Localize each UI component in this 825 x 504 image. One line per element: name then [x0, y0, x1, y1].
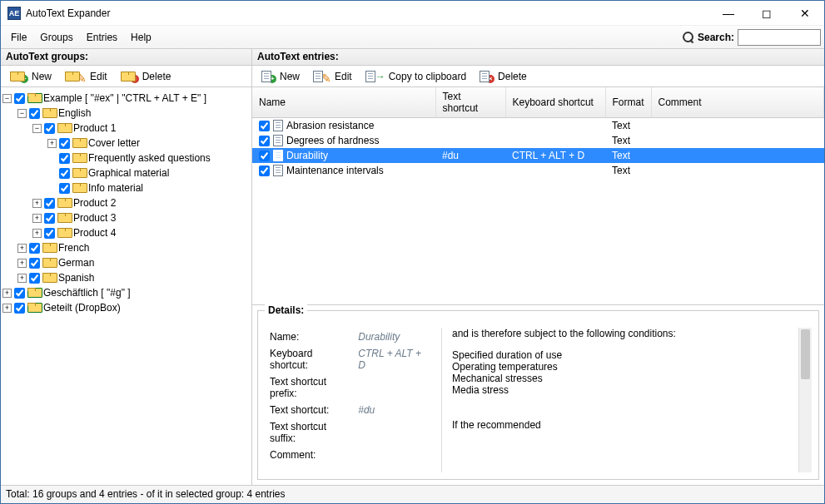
preview-scrollbar[interactable]: [798, 328, 812, 472]
preview-line: Media stress: [452, 384, 812, 396]
expand-icon[interactable]: +: [17, 244, 27, 253]
details-preview[interactable]: and is therefore subject to the followin…: [441, 328, 812, 472]
maximize-button[interactable]: ◻: [748, 1, 786, 26]
groups-toolbar: +New ✎Edit ×Delete: [1, 66, 252, 86]
entries-table[interactable]: Name Text shortcut Keyboard shortcut For…: [252, 87, 824, 178]
clipboard-icon: [365, 71, 375, 82]
table-row[interactable]: Degrees of hardness Text: [252, 133, 824, 148]
col-keyboard-shortcut[interactable]: Keyboard shortcut: [505, 87, 605, 118]
cell-comment: [651, 118, 823, 134]
details-suffix-label: Text shortcut suffix:: [266, 419, 353, 446]
cell-format: Text: [605, 163, 651, 178]
tree-item-french[interactable]: +French: [17, 240, 250, 255]
tree-checkbox[interactable]: [14, 303, 25, 314]
cell-keyboard-shortcut: [505, 118, 605, 134]
menubar: File Groups Entries Help Search:: [1, 26, 824, 49]
cell-format: Text: [605, 133, 651, 148]
tree-item-graphical[interactable]: Graphical material: [47, 166, 250, 180]
tree-item-geteilt[interactable]: +Geteilt (DropBox): [2, 300, 250, 315]
tree-label: Spanish: [58, 272, 94, 284]
tree-checkbox[interactable]: [14, 288, 25, 299]
tree-checkbox[interactable]: [29, 273, 40, 284]
tree-label: Cover letter: [88, 137, 140, 149]
details-kbd-label: Keyboard shortcut:: [266, 346, 353, 373]
entries-copy-button[interactable]: →Copy to clipboard: [360, 68, 472, 85]
details-fields: Name:Durability Keyboard shortcut:CTRL +…: [265, 328, 431, 472]
menu-help[interactable]: Help: [124, 28, 158, 47]
tree-checkbox[interactable]: [29, 108, 40, 119]
expand-icon[interactable]: +: [17, 259, 27, 268]
folder-icon: [27, 303, 41, 313]
details-kbd-value: CTRL + ALT + D: [355, 346, 430, 373]
scrollbar-thumb[interactable]: [801, 329, 810, 379]
tree-checkbox[interactable]: [59, 168, 70, 179]
row-checkbox[interactable]: [259, 151, 270, 161]
tree-item-product2[interactable]: +Product 2: [32, 195, 250, 210]
menu-groups[interactable]: Groups: [33, 28, 79, 47]
groups-panel-label: AutoText groups:: [1, 49, 252, 65]
groups-edit-button[interactable]: ✎Edit: [59, 66, 113, 87]
row-checkbox[interactable]: [259, 166, 270, 176]
close-button[interactable]: ✕: [786, 1, 824, 26]
search-input[interactable]: [738, 29, 821, 46]
expand-icon[interactable]: +: [47, 139, 57, 148]
tree-label: Product 3: [73, 212, 116, 224]
tree-item-faq[interactable]: Frequently asked questions: [47, 151, 250, 166]
groups-tree[interactable]: −Example [ "#ex" | "CTRL + ALT + E" ] −E…: [1, 87, 252, 485]
search-label: Search:: [683, 32, 734, 43]
tree-item-geschaeftlich[interactable]: +Geschäftlich [ "#g" ]: [2, 285, 250, 300]
expand-icon[interactable]: +: [17, 274, 27, 283]
tree-item-product1[interactable]: −Product 1: [32, 121, 250, 136]
tree-item-cover-letter[interactable]: +Cover letter: [47, 136, 250, 151]
expand-icon[interactable]: +: [2, 304, 12, 313]
menu-entries[interactable]: Entries: [80, 28, 124, 47]
expand-icon[interactable]: +: [2, 289, 12, 298]
entries-table-pane[interactable]: Name Text shortcut Keyboard shortcut For…: [252, 87, 824, 305]
entries-new-button[interactable]: +New: [256, 67, 306, 86]
entries-edit-button[interactable]: ✎Edit: [307, 66, 358, 87]
collapse-icon[interactable]: −: [2, 94, 12, 103]
collapse-icon[interactable]: −: [32, 124, 42, 133]
col-format[interactable]: Format: [605, 87, 651, 118]
col-comment[interactable]: Comment: [651, 87, 823, 118]
groups-delete-button[interactable]: ×Delete: [115, 67, 177, 86]
preview-line: Mechanical stresses: [452, 373, 812, 384]
groups-new-button[interactable]: +New: [4, 67, 57, 86]
tree-checkbox[interactable]: [14, 93, 25, 104]
table-row[interactable]: Maintenance intervals Text: [252, 163, 824, 178]
tree-item-german[interactable]: +German: [17, 255, 250, 270]
expand-icon[interactable]: +: [32, 199, 42, 208]
tree-item-example[interactable]: −Example [ "#ex" | "CTRL + ALT + E" ]: [2, 91, 250, 106]
table-row[interactable]: Abrasion resistance Text: [252, 118, 824, 134]
tree-item-spanish[interactable]: +Spanish: [17, 270, 250, 285]
tree-checkbox[interactable]: [44, 228, 55, 239]
row-checkbox[interactable]: [259, 121, 270, 131]
tree-item-english[interactable]: −English: [17, 106, 250, 121]
expand-icon[interactable]: +: [32, 229, 42, 238]
document-icon: [273, 120, 283, 131]
groups-edit-label: Edit: [90, 71, 107, 82]
details-comment-label: Comment:: [266, 447, 353, 462]
col-text-shortcut[interactable]: Text shortcut: [435, 87, 505, 118]
minimize-button[interactable]: —: [709, 1, 748, 26]
tree-checkbox[interactable]: [59, 183, 70, 194]
tree-checkbox[interactable]: [44, 123, 55, 134]
tree-checkbox[interactable]: [44, 213, 55, 224]
tree-item-product4[interactable]: +Product 4: [32, 225, 250, 240]
expand-icon[interactable]: +: [32, 214, 42, 223]
table-row-selected[interactable]: Durability #du CTRL + ALT + D Text: [252, 148, 824, 163]
tree-checkbox[interactable]: [59, 153, 70, 164]
tree-checkbox[interactable]: [29, 258, 40, 269]
document-icon: [261, 71, 271, 82]
menu-file[interactable]: File: [4, 28, 33, 47]
tree-checkbox[interactable]: [29, 243, 40, 254]
entries-delete-button[interactable]: ×Delete: [474, 67, 533, 86]
row-checkbox[interactable]: [259, 136, 270, 146]
tree-item-product3[interactable]: +Product 3: [32, 210, 250, 225]
collapse-icon[interactable]: −: [17, 109, 27, 118]
tree-item-info[interactable]: Info material: [47, 180, 250, 195]
col-name[interactable]: Name: [252, 87, 435, 118]
preview-line: Operating temperatures: [452, 361, 812, 373]
tree-checkbox[interactable]: [44, 198, 55, 209]
tree-checkbox[interactable]: [59, 138, 70, 149]
